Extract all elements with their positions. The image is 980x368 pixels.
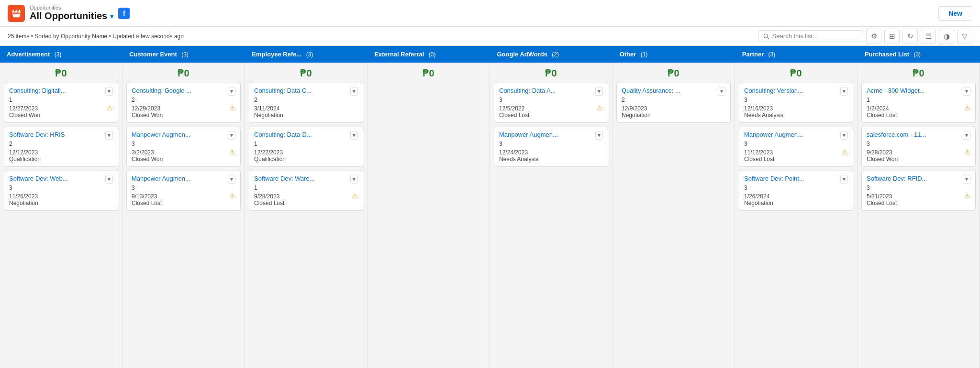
card-dropdown-btn[interactable]: ▾ bbox=[840, 87, 848, 96]
card-meta-row: 1/26/2024 bbox=[744, 192, 848, 200]
card-status: Closed Won bbox=[132, 156, 235, 162]
card-dropdown-btn[interactable]: ▾ bbox=[840, 175, 848, 184]
kanban-col-header-employee-referral[interactable]: Employee Refe... (3) bbox=[245, 46, 368, 63]
card-dropdown-btn[interactable]: ▾ bbox=[105, 175, 113, 184]
card-status: Negotiation bbox=[622, 112, 725, 119]
card-title[interactable]: Software Dev: RFID... bbox=[867, 175, 961, 182]
card-meta-row: 12/16/2023 bbox=[744, 104, 848, 112]
card-dropdown-btn[interactable]: ▾ bbox=[595, 87, 603, 96]
module-name: Opportunities bbox=[30, 5, 113, 11]
card-title[interactable]: Acme - 300 Widget... bbox=[867, 87, 961, 94]
kanban-col-header-other[interactable]: Other (1) bbox=[613, 46, 735, 63]
kanban-col-advertisement: ₱0 Consulting: Digitali... ▾ 1 12/27/202… bbox=[0, 63, 122, 368]
kanban-card: Quality Assurance: ... ▾ 2 12/9/2023 Neg… bbox=[616, 83, 731, 123]
col-label: Advertisement bbox=[7, 51, 50, 58]
view-dropdown-icon[interactable]: ▾ bbox=[110, 12, 113, 20]
card-title[interactable]: Software Dev: Web... bbox=[9, 175, 103, 182]
card-title[interactable]: Consulting: Data A... bbox=[499, 87, 593, 94]
card-title[interactable]: Consulting: Data C... bbox=[254, 87, 348, 94]
kanban-col-header-partner[interactable]: Partner (3) bbox=[735, 46, 858, 63]
card-status: Needs Analysis bbox=[744, 112, 848, 119]
toolbar-actions: ⚙ ⊞ ↻ ☰ ◑ ▽ bbox=[758, 29, 972, 44]
card-title[interactable]: Quality Assurance: ... bbox=[622, 87, 716, 94]
kanban-col-header-purchased-list[interactable]: Purchased List (3) bbox=[858, 46, 980, 63]
card-title[interactable]: Manpower Augmen... bbox=[744, 131, 838, 138]
card-dropdown-btn[interactable]: ▾ bbox=[595, 131, 603, 140]
card-dropdown-btn[interactable]: ▾ bbox=[350, 87, 358, 96]
card-title[interactable]: Consulting: Version... bbox=[744, 87, 838, 94]
card-title[interactable]: Manpower Augmen... bbox=[132, 175, 226, 182]
card-dropdown-btn[interactable]: ▾ bbox=[228, 175, 235, 184]
card-number: 3 bbox=[9, 184, 113, 191]
chart-button[interactable]: ◑ bbox=[939, 29, 954, 44]
facebook-button[interactable]: f bbox=[118, 8, 130, 19]
card-dropdown-btn[interactable]: ▾ bbox=[963, 87, 970, 96]
search-box[interactable] bbox=[758, 30, 863, 42]
warn-icon: ⚠ bbox=[352, 192, 358, 200]
card-number: 3 bbox=[744, 184, 848, 191]
kanban-col-external-referral: ₱0 bbox=[368, 63, 490, 368]
card-dropdown-btn[interactable]: ▾ bbox=[963, 175, 970, 184]
col-label: Partner bbox=[742, 51, 764, 58]
kanban-card: Consulting: Data-D... ▾ 1 12/22/2023 Qua… bbox=[249, 127, 363, 167]
card-dropdown-btn[interactable]: ▾ bbox=[228, 131, 235, 140]
card-status: Closed Lost bbox=[132, 200, 235, 206]
col-count: (0) bbox=[427, 51, 435, 58]
svg-point-0 bbox=[764, 34, 768, 38]
card-title-row: Consulting: Version... ▾ bbox=[744, 87, 848, 96]
card-title[interactable]: Software Dev: HRIS bbox=[9, 131, 103, 138]
card-title-row: Manpower Augmen... ▾ bbox=[132, 131, 235, 140]
card-title[interactable]: Consulting: Google ... bbox=[132, 87, 226, 94]
kanban-col-header-customer-event[interactable]: Customer Event (3) bbox=[122, 46, 245, 63]
warn-icon: ⚠ bbox=[842, 148, 848, 156]
card-dropdown-btn[interactable]: ▾ bbox=[718, 87, 725, 96]
list-button[interactable]: ☰ bbox=[921, 29, 936, 44]
card-title[interactable]: Manpower Augmen... bbox=[132, 131, 226, 138]
card-title[interactable]: salesforce.com - 11... bbox=[867, 131, 961, 138]
kanban-col-partner: ₱0 Consulting: Version... ▾ 3 12/16/2023… bbox=[735, 63, 858, 368]
card-dropdown-btn[interactable]: ▾ bbox=[105, 87, 113, 96]
card-dropdown-btn[interactable]: ▾ bbox=[105, 131, 113, 140]
settings-button[interactable]: ⚙ bbox=[866, 29, 881, 44]
card-number: 3 bbox=[744, 97, 848, 103]
kanban-col-header-external-referral[interactable]: External Referral (0) bbox=[368, 46, 490, 63]
card-title[interactable]: Consulting: Data-D... bbox=[254, 131, 348, 138]
kanban-col-header-advertisement[interactable]: Advertisement (3) bbox=[0, 46, 122, 63]
card-meta-row: 3/11/2024 bbox=[254, 104, 358, 112]
kanban-card: Software Dev: HRIS ▾ 2 12/12/2023 Qualif… bbox=[4, 127, 118, 167]
card-dropdown-btn[interactable]: ▾ bbox=[350, 131, 358, 140]
search-input[interactable] bbox=[772, 32, 858, 40]
kanban-col-employee-referral: ₱0 Consulting: Data C... ▾ 2 3/11/2024 N… bbox=[245, 63, 368, 368]
kanban-col-header-google-adwords[interactable]: Google AdWords (2) bbox=[490, 46, 613, 63]
card-title[interactable]: Manpower Augmen... bbox=[499, 131, 593, 138]
card-title[interactable]: Software Dev: Point... bbox=[744, 175, 838, 182]
new-button[interactable]: New bbox=[938, 6, 972, 21]
card-title[interactable]: Software Dev: Ware... bbox=[254, 175, 348, 182]
warn-icon: ⚠ bbox=[229, 192, 235, 200]
refresh-button[interactable]: ↻ bbox=[902, 29, 918, 44]
card-status: Closed Lost bbox=[867, 112, 970, 119]
card-status: Closed Lost bbox=[867, 200, 970, 206]
card-title-row: Manpower Augmen... ▾ bbox=[499, 131, 603, 140]
card-status: Closed Won bbox=[867, 156, 970, 162]
card-meta-row: 12/22/2023 bbox=[254, 148, 358, 156]
filter-button[interactable]: ▽ bbox=[957, 29, 972, 44]
view-name: All Opportunities ▾ bbox=[30, 11, 113, 22]
card-dropdown-btn[interactable]: ▾ bbox=[228, 87, 235, 96]
card-date: 11/26/2023 bbox=[9, 193, 38, 200]
toolbar: 25 items • Sorted by Opportunity Name • … bbox=[0, 27, 980, 46]
header-left: Opportunities All Opportunities ▾ f bbox=[8, 5, 130, 22]
card-dropdown-btn[interactable]: ▾ bbox=[963, 131, 970, 140]
card-title[interactable]: Consulting: Digitali... bbox=[9, 87, 103, 94]
card-dropdown-btn[interactable]: ▾ bbox=[840, 131, 848, 140]
display-button[interactable]: ⊞ bbox=[884, 29, 900, 44]
card-date: 5/31/2023 bbox=[867, 193, 892, 200]
card-title-row: Software Dev: Point... ▾ bbox=[744, 175, 848, 184]
card-status: Negotiation bbox=[744, 200, 848, 206]
kanban-col-other: ₱0 Quality Assurance: ... ▾ 2 12/9/2023 … bbox=[612, 63, 735, 368]
card-number: 3 bbox=[867, 184, 970, 191]
col-total: ₱0 bbox=[739, 63, 853, 83]
card-meta-row: 9/13/2023 ⚠ bbox=[132, 192, 235, 200]
card-dropdown-btn[interactable]: ▾ bbox=[350, 175, 358, 184]
card-title-row: Manpower Augmen... ▾ bbox=[744, 131, 848, 140]
